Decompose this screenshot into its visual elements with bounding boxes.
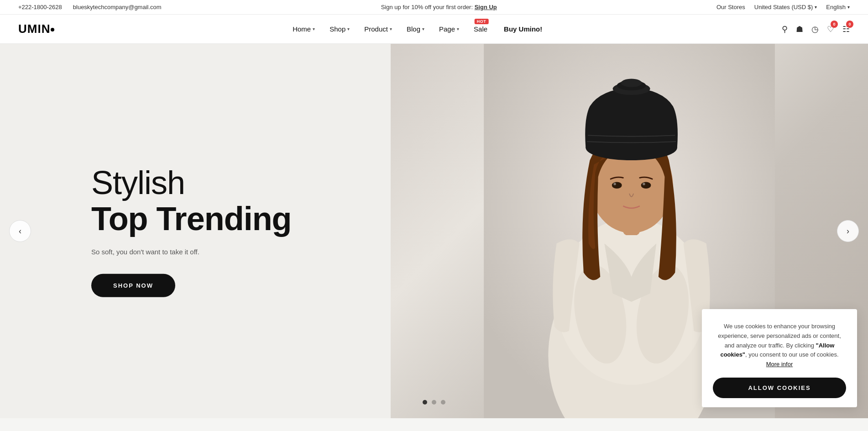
top-bar: +222-1800-2628 blueskytechcompany@gmail.… <box>0 0 868 15</box>
nav-page[interactable]: Page <box>439 25 459 33</box>
nav-buy-umino[interactable]: Buy Umino! <box>504 25 544 33</box>
our-stores-link[interactable]: Our Stores <box>716 4 745 11</box>
svg-point-11 <box>612 182 622 189</box>
email-address: blueskytechcompany@gmail.com <box>73 4 162 11</box>
hero-prev-button[interactable]: ‹ <box>9 220 31 242</box>
phone-number: +222-1800-2628 <box>18 4 62 11</box>
logo[interactable]: UMIN <box>18 22 55 36</box>
promo-text: Sign up for 10% off your first order: <box>381 4 473 11</box>
cookie-banner: We use cookies to enhance your browsing … <box>702 309 857 407</box>
wishlist-icon[interactable]: ♡ 0 <box>827 24 834 34</box>
hero-dot-3[interactable] <box>441 400 445 405</box>
search-icon[interactable]: ⚲ <box>782 24 788 34</box>
logo-dot <box>51 28 54 32</box>
promo-bar: Sign up for 10% off your first order: Si… <box>381 4 497 11</box>
hero-dots <box>423 400 445 405</box>
hero-dot-2[interactable] <box>432 400 436 405</box>
cookie-more-link[interactable]: More infor <box>766 361 793 368</box>
hero-dot-1[interactable] <box>423 400 427 405</box>
nav-shop[interactable]: Shop <box>329 25 350 33</box>
sale-badge: HOT <box>475 19 489 24</box>
svg-point-12 <box>641 182 651 189</box>
svg-point-10 <box>621 79 642 87</box>
cookie-text: We use cookies to enhance your browsing … <box>713 322 846 369</box>
cart-icon[interactable]: ☷ 0 <box>842 24 850 34</box>
nav-links: Home Shop Product Blog Page HOT Sale Buy… <box>293 25 544 33</box>
nav-home[interactable]: Home <box>293 25 315 33</box>
navbar: UMIN Home Shop Product Blog Page HOT Sal… <box>0 15 868 44</box>
nav-icons: ⚲ ☗ ◷ ♡ 0 ☷ 0 <box>782 24 850 34</box>
hero-subtitle: So soft, you don't want to take it off. <box>91 248 292 256</box>
allow-cookies-button[interactable]: ALLOW COOKIES <box>713 378 846 398</box>
language-selector[interactable]: English <box>826 4 850 11</box>
hero-next-button[interactable]: › <box>837 220 859 242</box>
svg-point-14 <box>643 183 645 185</box>
nav-product[interactable]: Product <box>364 25 392 33</box>
svg-point-13 <box>613 183 616 185</box>
top-bar-right: Our Stores United States (USD $) English <box>716 4 850 11</box>
wishlist-badge: 0 <box>831 21 838 28</box>
currency-selector[interactable]: United States (USD $) <box>754 4 817 11</box>
cookie-allow-text: "Allow cookies" <box>720 342 834 358</box>
hero-title: Stylish Top Trending <box>91 165 292 237</box>
nav-blog[interactable]: Blog <box>407 25 424 33</box>
history-icon[interactable]: ◷ <box>811 24 819 34</box>
cart-badge: 0 <box>846 21 853 28</box>
hero-section: Stylish Top Trending So soft, you don't … <box>0 44 868 418</box>
signup-link[interactable]: Sign Up <box>475 4 497 11</box>
account-icon[interactable]: ☗ <box>796 24 803 34</box>
shop-now-button[interactable]: SHOP NOW <box>91 274 175 297</box>
hero-content: Stylish Top Trending So soft, you don't … <box>91 165 292 297</box>
top-bar-left: +222-1800-2628 blueskytechcompany@gmail.… <box>18 4 162 11</box>
nav-sale[interactable]: HOT Sale <box>474 25 489 33</box>
